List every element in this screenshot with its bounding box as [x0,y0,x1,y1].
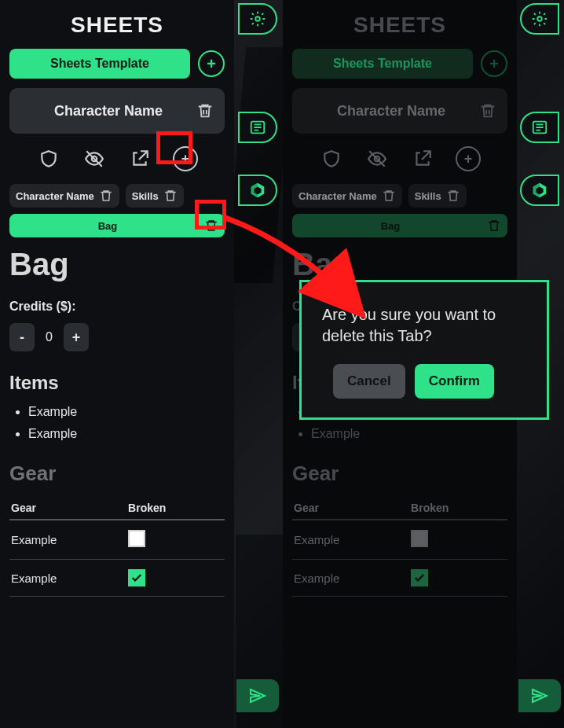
trash-icon[interactable] [487,219,501,233]
open-external-icon [412,149,433,169]
items-heading: Items [9,372,225,394]
character-name-label: Character Name [303,103,479,119]
character-name-bar[interactable]: Character Name [9,88,225,134]
tab-bag[interactable]: Bag [9,214,225,237]
side-fab-column [238,112,280,143]
broken-checkbox[interactable] [411,530,428,547]
news-fab[interactable] [238,112,277,143]
table-row: Example [292,520,507,560]
gear-icon [531,10,548,28]
tab-character-name[interactable]: Character Name [292,184,402,208]
trash-icon[interactable] [163,189,178,203]
d20-icon [531,182,548,199]
credits-value: 0 [46,330,53,344]
add-sheet-button[interactable]: + [198,50,225,77]
send-icon [248,686,267,705]
shield-icon-button[interactable] [35,145,63,173]
gear-heading: Gear [9,461,225,486]
check-icon [130,572,143,584]
gear-name: Example [9,520,126,560]
col-broken: Broken [126,497,225,520]
gear-name: Example [292,560,409,597]
eye-off-icon-button[interactable] [80,145,108,173]
plus-circle-icon: + [456,146,481,171]
svg-point-4 [255,17,260,21]
open-external-icon [130,149,150,169]
gear-icon [249,10,266,28]
list-item: Example [28,427,225,441]
tab-label: Bag [16,220,200,232]
dice-fab[interactable] [238,175,277,206]
shield-icon [38,149,59,169]
trash-icon[interactable] [204,219,218,233]
newspaper-icon [531,119,548,136]
send-icon [530,686,549,705]
side-fab-column [520,112,562,143]
gear-table: Gear Broken Example Example [292,497,507,597]
news-fab[interactable] [520,112,559,143]
send-fab[interactable] [518,679,561,712]
gear-name: Example [9,560,126,597]
open-external-icon-button[interactable] [408,145,437,173]
col-gear: Gear [9,497,126,520]
broken-checkbox[interactable] [411,569,428,586]
character-name-bar[interactable]: Character Name [292,88,507,134]
sheets-template-button[interactable]: Sheets Template [292,49,473,79]
add-tab-icon-button[interactable]: + [171,145,200,173]
credits-increment[interactable]: + [64,323,89,351]
list-item: Example [311,427,507,441]
list-item: Example [28,405,225,419]
trash-icon[interactable] [382,189,396,203]
broken-checkbox[interactable] [128,530,145,547]
settings-fab[interactable] [520,3,559,35]
tab-label: Bag [298,220,482,232]
credits-decrement[interactable]: - [9,323,35,351]
tab-skills[interactable]: Skills [126,184,184,208]
eye-off-icon-button[interactable] [363,145,391,173]
trash-icon[interactable] [446,189,460,203]
gear-heading: Gear [292,461,507,486]
gear-name: Example [292,520,409,560]
dice-fab[interactable] [520,175,559,206]
delete-tab-modal: Are you sure you want to delete this Tab… [299,280,549,420]
items-list: Example Example [9,405,225,441]
eye-off-icon [84,149,104,169]
sheets-title: SHEETS [292,13,507,38]
send-fab[interactable] [236,679,279,712]
check-icon [413,572,426,584]
tab-label: Skills [415,190,441,202]
sheets-template-button[interactable]: Sheets Template [9,49,190,79]
side-fab-column [520,175,562,206]
shield-icon [321,149,342,169]
plus-icon: + [489,56,499,72]
modal-text: Are you sure you want to delete this Tab… [322,304,526,347]
shield-icon-button[interactable] [317,145,346,173]
credits-label: Credits ($): [9,300,225,314]
eye-off-icon [367,149,387,169]
add-tab-icon-button[interactable]: + [454,145,482,173]
trash-icon[interactable] [196,102,214,119]
settings-fab[interactable] [238,3,277,35]
gear-table: Gear Broken Example Example [9,497,225,597]
newspaper-icon [249,119,266,136]
sheet-action-row: + [292,145,507,173]
tab-character-name[interactable]: Character Name [9,184,119,208]
sheets-title: SHEETS [9,13,225,38]
tab-label: Character Name [298,190,377,202]
table-row: Example [292,560,507,597]
trash-icon[interactable] [479,102,496,119]
add-sheet-button[interactable]: + [481,50,507,77]
confirm-button[interactable]: Confirm [415,364,494,399]
trash-icon[interactable] [99,189,113,203]
sheet-panel-left: SHEETS Sheets Template + Character Name … [0,0,234,728]
character-name-label: Character Name [20,103,196,119]
side-fab-column [238,3,280,35]
open-external-icon-button[interactable] [126,145,154,173]
d20-icon [249,182,266,199]
tab-bag[interactable]: Bag [292,214,507,237]
table-row: Example [9,560,225,597]
page-title: Bag [292,247,507,282]
tab-skills[interactable]: Skills [408,184,467,208]
broken-checkbox[interactable] [128,569,145,586]
cancel-button[interactable]: Cancel [333,364,405,399]
